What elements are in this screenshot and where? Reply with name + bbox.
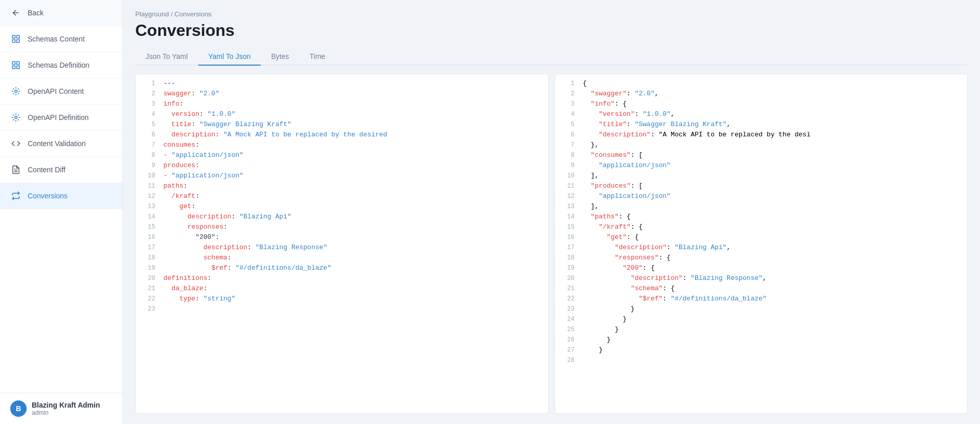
svg-rect-6 bbox=[17, 62, 19, 64]
line-number: 6 bbox=[559, 130, 575, 140]
tab-json-to-yaml[interactable]: Json To Yaml bbox=[135, 48, 198, 66]
line-number: 1 bbox=[559, 78, 575, 89]
sidebar: Back Schemas Content Schemas Definition … bbox=[0, 0, 123, 424]
line-number: 21 bbox=[140, 284, 155, 294]
code-line: 4 version: "1.0.0" bbox=[136, 109, 548, 119]
tab-time[interactable]: Time bbox=[299, 48, 336, 66]
line-content: produces: bbox=[163, 160, 544, 171]
openapi-content-icon bbox=[10, 86, 22, 97]
code-line: 5 title: "Swagger Blazing Kraft" bbox=[136, 119, 548, 130]
code-line: 12 /kraft: bbox=[136, 191, 548, 201]
sidebar-item-label: Schemas Definition bbox=[28, 61, 90, 69]
line-content: "description": "Blazing Api", bbox=[583, 243, 964, 253]
schemas-definition-icon bbox=[10, 59, 22, 71]
line-content: type: "string" bbox=[163, 294, 544, 304]
user-info: Blazing Kraft Admin admin bbox=[32, 401, 100, 416]
svg-rect-3 bbox=[12, 40, 15, 43]
line-number: 18 bbox=[140, 253, 155, 263]
sidebar-item-openapi-content[interactable]: OpenAPI Content bbox=[0, 78, 122, 105]
code-line: 23 bbox=[136, 304, 548, 314]
line-content bbox=[163, 304, 544, 314]
back-button[interactable]: Back bbox=[0, 0, 122, 26]
line-content: "description": "Blazing Response", bbox=[583, 273, 964, 284]
line-content: } bbox=[583, 325, 964, 335]
line-content: } bbox=[583, 335, 964, 345]
sidebar-item-label: Content Diff bbox=[28, 166, 66, 174]
line-content: swagger: "2.0" bbox=[163, 89, 544, 99]
line-content: get: bbox=[163, 201, 544, 212]
code-line: 21 da_blaze: bbox=[136, 284, 548, 294]
line-number: 4 bbox=[559, 109, 575, 119]
line-content: "produces": [ bbox=[583, 181, 964, 191]
code-line: 3info: bbox=[136, 99, 548, 109]
code-line: 18 "responses": { bbox=[555, 253, 968, 263]
line-number: 2 bbox=[140, 89, 155, 99]
code-line: 20 "description": "Blazing Response", bbox=[555, 273, 968, 284]
line-content: "/kraft": { bbox=[583, 222, 964, 232]
user-profile[interactable]: B Blazing Kraft Admin admin bbox=[0, 393, 122, 424]
sidebar-item-label: Conversions bbox=[28, 192, 68, 200]
line-number: 20 bbox=[140, 273, 155, 284]
code-line: 22 "$ref": "#/definitions/da_blaze" bbox=[555, 294, 968, 304]
code-line: 19 "200": { bbox=[555, 263, 968, 273]
sidebar-item-schemas-content[interactable]: Schemas Content bbox=[0, 26, 122, 52]
right-panel: 1{2 "swagger": "2.0",3 "info": {4 "versi… bbox=[555, 74, 968, 414]
line-number: 22 bbox=[140, 294, 155, 304]
sidebar-item-content-diff[interactable]: Content Diff bbox=[0, 157, 122, 183]
sidebar-item-content-validation[interactable]: Content Validation bbox=[0, 131, 122, 157]
line-number: 19 bbox=[140, 263, 155, 273]
tab-bytes[interactable]: Bytes bbox=[261, 48, 299, 66]
code-line: 18 schema: bbox=[136, 253, 548, 263]
line-number: 14 bbox=[140, 212, 155, 222]
line-number: 8 bbox=[140, 150, 155, 160]
code-line: 19 $ref: "#/definitions/da_blaze" bbox=[136, 263, 548, 273]
json-editor[interactable]: 1{2 "swagger": "2.0",3 "info": {4 "versi… bbox=[555, 74, 968, 413]
line-number: 16 bbox=[140, 232, 155, 243]
line-content: version: "1.0.0" bbox=[163, 109, 544, 119]
schemas-content-icon bbox=[10, 33, 22, 45]
line-number: 9 bbox=[559, 160, 575, 171]
tab-bar: Json To Yaml Yaml To Json Bytes Time bbox=[135, 48, 968, 66]
page-title: Conversions bbox=[135, 21, 968, 40]
code-line: 15 "/kraft": { bbox=[555, 222, 968, 232]
code-line: 25 } bbox=[555, 325, 968, 335]
yaml-editor[interactable]: 1---2swagger: "2.0"3info:4 version: "1.0… bbox=[136, 74, 548, 413]
line-content: { bbox=[583, 78, 964, 89]
line-number: 8 bbox=[559, 150, 575, 160]
line-number: 27 bbox=[559, 345, 575, 355]
line-number: 4 bbox=[140, 109, 155, 119]
code-line: 1--- bbox=[136, 78, 548, 89]
tab-yaml-to-json[interactable]: Yaml To Json bbox=[198, 48, 261, 66]
line-number: 17 bbox=[140, 243, 155, 253]
line-content: description: "A Mock API to be replaced … bbox=[163, 130, 544, 140]
line-number: 22 bbox=[559, 294, 575, 304]
code-line: 2swagger: "2.0" bbox=[136, 89, 548, 99]
line-number: 20 bbox=[559, 273, 575, 284]
line-content: info: bbox=[163, 99, 544, 109]
code-line: 2 "swagger": "2.0", bbox=[555, 89, 968, 99]
code-line: 20definitions: bbox=[136, 273, 548, 284]
line-number: 3 bbox=[140, 99, 155, 109]
sidebar-item-conversions[interactable]: Conversions bbox=[0, 183, 122, 209]
code-line: 11paths: bbox=[136, 181, 548, 191]
line-content: }, bbox=[583, 140, 964, 150]
line-content: "swagger": "2.0", bbox=[583, 89, 964, 99]
line-content: } bbox=[583, 345, 964, 355]
svg-rect-4 bbox=[17, 40, 19, 43]
code-line: 12 "application/json" bbox=[555, 191, 968, 201]
line-content: $ref: "#/definitions/da_blaze" bbox=[163, 263, 544, 273]
sidebar-item-label: Content Validation bbox=[28, 139, 86, 148]
line-number: 14 bbox=[559, 212, 575, 222]
line-number: 13 bbox=[559, 201, 575, 212]
sidebar-item-schemas-definition[interactable]: Schemas Definition bbox=[0, 52, 122, 78]
line-content: "responses": { bbox=[583, 253, 964, 263]
line-number: 21 bbox=[559, 284, 575, 294]
line-content: - "application/json" bbox=[163, 171, 544, 181]
line-content: "application/json" bbox=[583, 160, 964, 171]
code-line: 17 "description": "Blazing Api", bbox=[555, 243, 968, 253]
sidebar-item-label: Schemas Content bbox=[28, 35, 85, 43]
code-line: 22 type: "string" bbox=[136, 294, 548, 304]
sidebar-item-openapi-definition[interactable]: OpenAPI Definition bbox=[0, 105, 122, 131]
line-content: consumes: bbox=[163, 140, 544, 150]
avatar: B bbox=[10, 400, 27, 417]
